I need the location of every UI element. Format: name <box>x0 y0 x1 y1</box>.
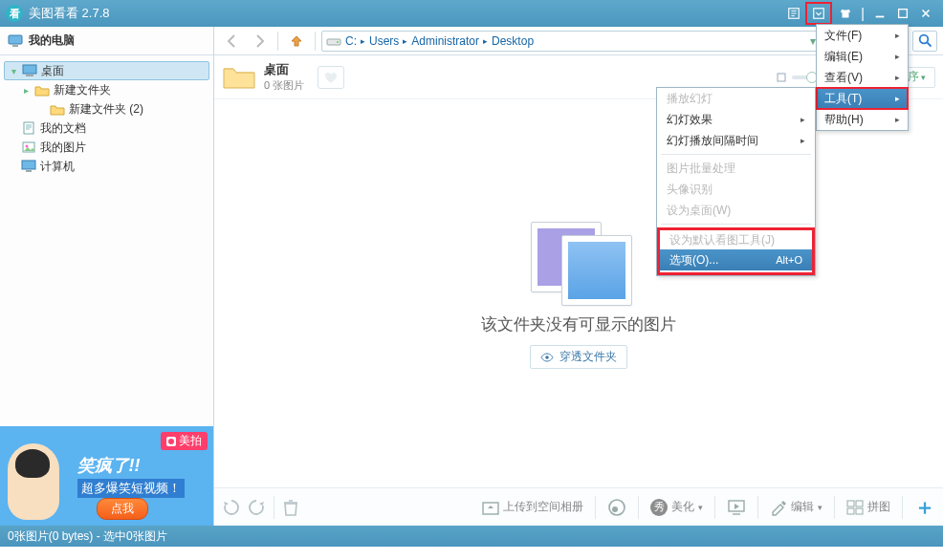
crumb-seg[interactable]: Users <box>367 34 401 48</box>
upload-button[interactable]: 上传到空间相册 <box>482 499 583 515</box>
crumb-drive[interactable]: C: <box>343 34 359 48</box>
breadcrumb[interactable]: C: ▸ Users ▸ Administrator ▸ Desktop ▾ <box>321 31 821 52</box>
upload-icon <box>482 500 499 515</box>
submenu-set-default[interactable]: 设为默认看图工具(J) <box>660 230 812 249</box>
svg-rect-3 <box>899 10 908 18</box>
submenu-slide-interval[interactable]: 幻灯播放间隔时间▸ <box>657 130 815 151</box>
title-divider: | <box>858 4 867 23</box>
title-unknown-icon[interactable] <box>783 4 804 23</box>
menu-label: 设为默认看图工具(J) <box>669 232 775 248</box>
svg-rect-4 <box>9 35 22 44</box>
rotate-right-icon[interactable] <box>247 498 266 517</box>
chevron-right-icon: ▸ <box>895 94 900 103</box>
nav-forward-button[interactable] <box>247 30 272 53</box>
app-icon: 看 <box>6 5 23 22</box>
svg-rect-1 <box>814 9 824 19</box>
menu-separator <box>661 224 811 225</box>
toolbar-divider <box>714 496 715 519</box>
svg-rect-27 <box>847 508 854 514</box>
submenu-batch[interactable]: 图片批量处理 <box>657 158 815 179</box>
toolbar-divider <box>834 496 835 519</box>
ad-button[interactable]: 点我 <box>97 498 148 520</box>
toolbar-divider <box>757 496 758 519</box>
main-menu-button[interactable] <box>808 4 829 23</box>
tree-item-pictures[interactable]: 我的图片 <box>4 138 209 157</box>
grid-icon <box>846 500 864 515</box>
tree-label: 我的图片 <box>40 140 86 156</box>
expand-icon[interactable]: ▾ <box>9 66 18 76</box>
menu-help[interactable]: 帮助(H)▸ <box>817 109 908 130</box>
maximize-button[interactable] <box>892 4 913 23</box>
menu-view[interactable]: 查看(V)▸ <box>817 67 908 88</box>
menu-edit[interactable]: 编辑(E)▸ <box>817 46 908 67</box>
sort-label: 序 <box>908 69 919 85</box>
svg-rect-7 <box>26 75 33 76</box>
sidebar: 我的电脑 ▾ 桌面 ▸ 新建文件夹 新建文件夹 (2) 我的文档 <box>0 27 214 526</box>
expand-icon[interactable]: ▸ <box>21 85 31 96</box>
search-button[interactable] <box>912 31 937 52</box>
rotate-left-icon[interactable] <box>222 498 241 517</box>
tree-item-documents[interactable]: 我的文档 <box>4 118 209 138</box>
weibo-icon[interactable] <box>607 498 626 517</box>
folder-large-icon <box>222 63 256 92</box>
slideshow-icon[interactable] <box>727 500 746 515</box>
submenu-wallpaper[interactable]: 设为桌面(W) <box>657 200 815 221</box>
menu-label: 头像识别 <box>667 182 713 198</box>
menu-label: 幻灯效果 <box>667 112 713 128</box>
chevron-right-icon: ▸ <box>895 52 900 61</box>
nav-back-button[interactable] <box>220 30 245 53</box>
tree-item-desktop[interactable]: ▾ 桌面 <box>4 61 209 80</box>
menu-file[interactable]: 文件(F)▸ <box>817 25 908 46</box>
favorite-button[interactable] <box>318 66 344 89</box>
svg-rect-6 <box>23 65 36 74</box>
documents-icon <box>21 121 36 135</box>
computer-icon <box>21 160 36 173</box>
toolbar-divider <box>274 496 274 519</box>
svg-point-20 <box>545 355 549 359</box>
tree-item-newfolder2[interactable]: 新建文件夹 (2) <box>4 99 209 118</box>
minimize-button[interactable] <box>869 4 890 23</box>
chevron-right-icon: ▸ <box>403 36 407 46</box>
ad-banner[interactable]: 美拍 笑疯了!! 超多爆笑短视频！ 点我 <box>0 426 213 526</box>
chevron-right-icon: ▸ <box>483 36 488 46</box>
svg-rect-25 <box>847 501 854 506</box>
tree-item-computer[interactable]: 计算机 <box>4 157 209 176</box>
close-button[interactable] <box>915 4 936 23</box>
submenu-slide-effects[interactable]: 幻灯效果▸ <box>657 109 815 130</box>
thumb-small-icon <box>777 73 786 82</box>
svg-rect-18 <box>778 74 785 81</box>
toolbar-divider <box>902 496 903 519</box>
tree-item-newfolder[interactable]: ▸ 新建文件夹 <box>4 80 209 99</box>
menu-label: 工具(T) <box>824 91 862 107</box>
delete-icon[interactable] <box>282 498 299 517</box>
svg-rect-26 <box>856 501 863 506</box>
add-button[interactable]: ＋ <box>914 493 935 522</box>
tree-label: 我的文档 <box>40 120 86 137</box>
titlebar: 看 美图看看 2.7.8 | <box>0 0 943 27</box>
menu-shortcut: Alt+O <box>776 254 802 266</box>
puzzle-label: 拼图 <box>867 499 890 515</box>
see-through-button[interactable]: 穿透文件夹 <box>530 345 627 369</box>
submenu-slideshow[interactable]: 播放幻灯 <box>657 88 815 109</box>
beautify-button[interactable]: 秀 美化 ▾ <box>650 499 703 516</box>
chevron-down-icon: ▾ <box>818 503 822 512</box>
edit-button[interactable]: 编辑 ▾ <box>770 499 822 516</box>
submenu-options[interactable]: 选项(O)... Alt+O <box>660 249 812 270</box>
menu-label: 设为桌面(W) <box>667 203 731 219</box>
chevron-right-icon: ▸ <box>895 115 900 124</box>
toolbar-divider <box>315 32 316 51</box>
folder-icon <box>50 103 65 116</box>
see-through-label: 穿透文件夹 <box>559 349 617 365</box>
svg-point-23 <box>612 506 618 512</box>
crumb-seg[interactable]: Desktop <box>490 34 536 48</box>
skin-icon[interactable] <box>835 4 856 23</box>
chevron-right-icon: ▸ <box>800 136 805 145</box>
bottom-toolbar: 上传到空间相册 秀 美化 ▾ 编辑 ▾ <box>214 487 943 526</box>
puzzle-button[interactable]: 拼图 <box>846 499 890 515</box>
chevron-down-icon: ▾ <box>698 503 703 512</box>
crumb-seg[interactable]: Administrator <box>409 34 481 48</box>
submenu-face[interactable]: 头像识别 <box>657 179 815 200</box>
nav-up-button[interactable] <box>284 30 309 53</box>
beautify-label: 美化 <box>671 499 694 515</box>
menu-tools[interactable]: 工具(T)▸ <box>817 88 908 109</box>
